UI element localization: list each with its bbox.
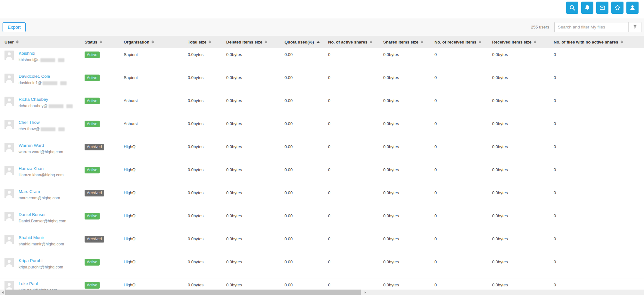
user-cell: Richa Chaubey richa.chaubey@: [0, 94, 80, 117]
column-header-user[interactable]: User: [0, 36, 80, 48]
column-header-no-of-files-with-no-active-shares[interactable]: No. of files with no active shares: [549, 36, 644, 48]
column-label: Deleted items size: [226, 40, 262, 44]
organisation-cell: HighQ: [119, 232, 183, 255]
received-items-cell: 0: [430, 163, 488, 186]
shared-items-size-cell: 0.0bytes: [379, 232, 430, 255]
user-email: davidcole1@: [19, 81, 67, 85]
quota-used-cell: 0.00: [280, 117, 324, 140]
shared-items-size-cell: 0.0bytes: [379, 186, 430, 209]
user-name-link[interactable]: Richa Chaubey: [19, 97, 48, 102]
quota-used-cell: 0.00: [280, 255, 324, 278]
user-name-link[interactable]: Kbishnoi: [19, 51, 35, 56]
status-badge: Active: [85, 213, 100, 219]
avatar: [4, 281, 14, 290]
column-label: Organisation: [124, 40, 149, 44]
files-no-active-shares-cell: 0: [549, 163, 644, 186]
deleted-items-size-cell: 0.0bytes: [222, 140, 280, 163]
user-email: cher.thow@: [19, 127, 65, 131]
files-no-active-shares-cell: 0: [549, 117, 644, 140]
sort-icon: [100, 40, 102, 44]
organisation-cell: Sapient: [119, 71, 183, 94]
shared-items-size-cell: 0.0bytes: [379, 94, 430, 117]
scroll-left-arrow[interactable]: [0, 290, 5, 295]
status-cell: Archived: [80, 186, 119, 209]
files-no-active-shares-cell: 0: [549, 232, 644, 255]
user-admin-page: Export 255 users UserStatusOrganisationT…: [0, 0, 644, 295]
active-shares-cell: 0: [324, 232, 379, 255]
received-items-size-cell: 0.0bytes: [488, 94, 549, 117]
column-header-received-items-size[interactable]: Received items size: [488, 36, 549, 48]
column-label: No. of received items: [434, 40, 476, 44]
profile-button[interactable]: [626, 2, 639, 14]
user-name-link[interactable]: Marc Cram: [19, 189, 40, 194]
notifications-button[interactable]: [581, 2, 593, 14]
status-badge: Active: [85, 121, 100, 127]
column-label: Quota used(%): [285, 40, 314, 44]
organisation-cell: Ashurst: [119, 117, 183, 140]
user-name-link[interactable]: Warren Ward: [19, 143, 44, 148]
export-button[interactable]: Export: [3, 22, 26, 32]
quota-used-cell: 0.00: [280, 232, 324, 255]
status-cell: Active: [80, 255, 119, 278]
filter-button[interactable]: [628, 22, 641, 32]
user-text: Richa Chaubey richa.chaubey@: [19, 97, 73, 117]
total-size-cell: 0.0bytes: [183, 71, 222, 94]
shared-items-size-cell: 0.0bytes: [379, 117, 430, 140]
table-row: Cher Thow cher.thow@ Active Ashurst 0.0b…: [0, 117, 644, 140]
column-label: Shared items size: [383, 40, 418, 44]
table-row: Warren Ward warren.ward@highq.com Archiv…: [0, 140, 644, 163]
received-items-cell: 0: [430, 48, 488, 71]
received-items-size-cell: 0.0bytes: [488, 48, 549, 71]
table-row: Shahid Munir shahid.munir@highq.com Arch…: [0, 232, 644, 255]
active-shares-cell: 0: [324, 163, 379, 186]
received-items-size-cell: 0.0bytes: [488, 117, 549, 140]
avatar: [4, 235, 14, 244]
scroll-right-arrow[interactable]: [363, 290, 368, 295]
status-badge: Active: [85, 75, 100, 81]
user-email: Hamza.khan@highq.com: [19, 173, 64, 177]
column-header-shared-items-size[interactable]: Shared items size: [379, 36, 430, 48]
column-header-deleted-items-size[interactable]: Deleted items size: [222, 36, 280, 48]
mail-button[interactable]: [596, 2, 608, 14]
status-cell: Active: [80, 48, 119, 71]
user-email: kripa.purohit@highq.com: [19, 265, 63, 269]
organisation-cell: HighQ: [119, 255, 183, 278]
sort-icon: [209, 40, 211, 44]
column-header-no-of-active-shares[interactable]: No. of active shares: [324, 36, 379, 48]
scrollbar-thumb[interactable]: [5, 290, 361, 295]
redacted-email-block: [43, 81, 57, 85]
user-name-link[interactable]: Kripa Purohit: [19, 258, 44, 263]
user-email: shahid.munir@highq.com: [19, 242, 64, 246]
files-no-active-shares-cell: 0: [549, 186, 644, 209]
search-input[interactable]: [555, 22, 628, 32]
column-label: User: [4, 40, 14, 44]
user-name-link[interactable]: Cher Thow: [19, 120, 40, 125]
user-text: Daniel Bonser Daniel.Bonser@highq.com: [19, 212, 66, 232]
user-name-link[interactable]: Shahid Munir: [19, 235, 44, 240]
column-header-total-size[interactable]: Total size: [183, 36, 222, 48]
received-items-cell: 0: [430, 117, 488, 140]
user-name-link[interactable]: Hamza Khan: [19, 166, 44, 171]
total-size-cell: 0.0bytes: [183, 94, 222, 117]
envelope-icon: [599, 4, 606, 11]
search-button[interactable]: [566, 2, 578, 14]
user-name-link[interactable]: Daniel Bonser: [19, 212, 46, 217]
column-header-organisation[interactable]: Organisation: [119, 36, 183, 48]
column-header-no-of-received-items[interactable]: No. of received items: [430, 36, 488, 48]
favorites-button[interactable]: [611, 2, 623, 14]
received-items-size-cell: 0.0bytes: [488, 71, 549, 94]
user-name-link[interactable]: Luke Paul: [19, 281, 38, 286]
user-name-link[interactable]: Davidcole1 Cole: [19, 74, 50, 79]
shared-items-size-cell: 0.0bytes: [379, 140, 430, 163]
organisation-cell: HighQ: [119, 140, 183, 163]
active-shares-cell: 0: [324, 186, 379, 209]
redacted-email-block: [60, 81, 67, 85]
column-header-quota-used[interactable]: Quota used(%): [280, 36, 324, 48]
column-header-status[interactable]: Status: [80, 36, 119, 48]
user-text: Kripa Purohit kripa.purohit@highq.com: [19, 258, 63, 278]
received-items-size-cell: 0.0bytes: [488, 140, 549, 163]
active-shares-cell: 0: [324, 48, 379, 71]
sort-icon: [370, 40, 372, 44]
sort-icon: [16, 40, 19, 44]
sort-icon: [534, 40, 536, 44]
